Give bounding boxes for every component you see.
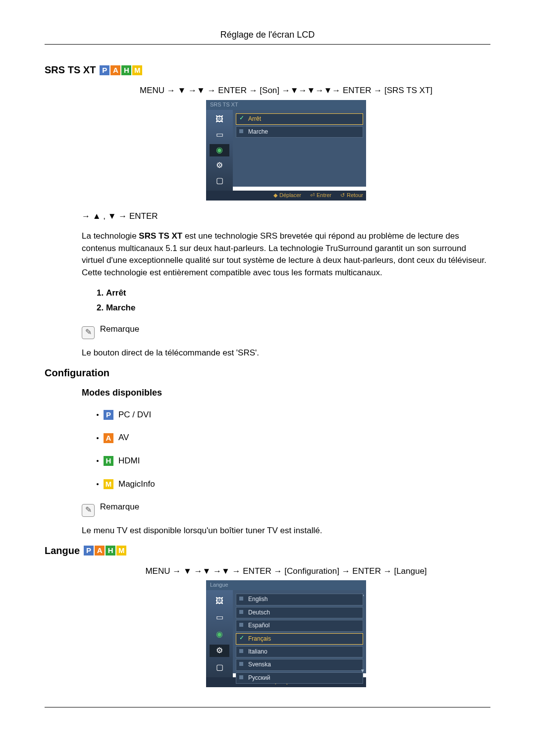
osd-item-espanol: Español xyxy=(236,620,363,631)
move-icon: ◆ xyxy=(273,192,277,200)
osd-sidebar: 🖼 ▭ ◉ ⚙ ▢ xyxy=(206,110,233,191)
osd-foot: ◆Déplacer ⏎Entrer ↺Retour xyxy=(206,191,366,201)
osd-item-deutsch: Deutsch xyxy=(236,607,363,618)
time-icon: ◉ xyxy=(210,628,229,640)
enter-icon: ⏎ xyxy=(310,192,315,200)
note-text-config: Le menu TV est disponible lorsqu'un boît… xyxy=(82,525,490,537)
badge-h: H xyxy=(106,546,115,555)
nav-path-langue: MENU → ▼ →▼ →▼ → ENTER → [Configuration]… xyxy=(82,565,490,578)
modes-heading: Modes disponibles xyxy=(82,388,490,398)
badge-a: A xyxy=(110,65,120,75)
mode-av: AAV xyxy=(97,432,490,444)
mode-pc: PPC / DVI xyxy=(97,409,490,421)
option-arret: Arrêt xyxy=(97,287,490,300)
section-heading-langue-text: Langue xyxy=(45,545,80,556)
mode-hdmi: HHDMI xyxy=(97,455,490,467)
section-heading-langue: Langue P A H M xyxy=(45,545,490,556)
note-icon: ✎ xyxy=(82,326,95,339)
badge-h: H xyxy=(121,65,131,75)
section-heading-srs-text: SRS TS XT xyxy=(45,64,96,76)
multi-icon: ▢ xyxy=(210,175,229,187)
osd-item-english: English xyxy=(236,594,363,605)
section-heading-srs: SRS TS XT P A H M xyxy=(45,64,490,76)
badge-p: P xyxy=(100,65,109,75)
screen-icon: ▭ xyxy=(210,129,229,141)
osd-title: SRS TS XT xyxy=(206,100,366,110)
multi-icon: ▢ xyxy=(210,661,229,673)
osd-item-svenska: Svenska xyxy=(236,659,363,670)
badge-p: P xyxy=(84,546,94,555)
osd-panel: ▲ English Deutsch Español Français Itali… xyxy=(233,590,366,673)
osd-sidebar: 🖼 ▭ ◉ ⚙ ▢ xyxy=(206,590,233,677)
osd-item-francais: Français xyxy=(236,633,363,645)
note-text-srs: Le bouton direct de la télécommande est … xyxy=(82,347,490,359)
screen-icon: ▭ xyxy=(210,611,229,623)
note-heading-config: ✎ Remarque xyxy=(82,501,490,517)
srs-description: La technologie SRS TS XT est une technol… xyxy=(82,230,490,279)
mode-magicinfo: MMagicInfo xyxy=(97,478,490,491)
picture-icon: 🖼 xyxy=(210,595,229,607)
options-list: Arrêt Marche xyxy=(97,287,490,314)
badge-row: P A H M xyxy=(84,546,126,555)
osd-item-arret: Arrêt xyxy=(236,113,363,125)
note-heading: ✎ Remarque xyxy=(82,323,490,339)
option-marche: Marche xyxy=(97,302,490,314)
osd-panel: Arrêt Marche xyxy=(233,110,366,187)
badge-m: M xyxy=(132,65,142,75)
modes-list: PPC / DVI AAV HHDMI MMagicInfo xyxy=(97,409,490,491)
setup-icon: ⚙ xyxy=(210,159,229,172)
post-nav-srs: → ▲ , ▼ → ENTER xyxy=(82,210,490,223)
scroll-down-icon: ▼ xyxy=(360,667,365,672)
nav-path-srs: MENU → ▼ →▼ → ENTER → [Son] →▼→▼→▼→ ENTE… xyxy=(82,85,490,97)
picture-icon: 🖼 xyxy=(210,113,229,126)
badge-a: A xyxy=(95,546,105,555)
divider xyxy=(45,707,490,707)
osd-item-marche: Marche xyxy=(236,126,363,138)
badge-row: P A H M xyxy=(100,65,142,75)
osd-title: Langue xyxy=(206,580,366,590)
osd-langue: Langue 🖼 ▭ ◉ ⚙ ▢ ▲ English Deutsch Españ… xyxy=(206,580,366,687)
time-icon: ◉ xyxy=(210,144,229,156)
badge-m: M xyxy=(116,546,126,555)
note-icon: ✎ xyxy=(82,504,95,517)
back-icon: ↺ xyxy=(340,192,345,200)
section-heading-config: Configuration xyxy=(45,367,490,379)
osd-srs: SRS TS XT 🖼 ▭ ◉ ⚙ ▢ Arrêt Marche ◆Déplac… xyxy=(206,100,366,201)
osd-item-russian: Русский xyxy=(236,672,363,684)
divider xyxy=(45,44,490,45)
setup-icon: ⚙ xyxy=(210,645,229,657)
page-header-title: Réglage de l'écran LCD xyxy=(45,30,490,40)
osd-item-italiano: Italiano xyxy=(236,646,363,657)
